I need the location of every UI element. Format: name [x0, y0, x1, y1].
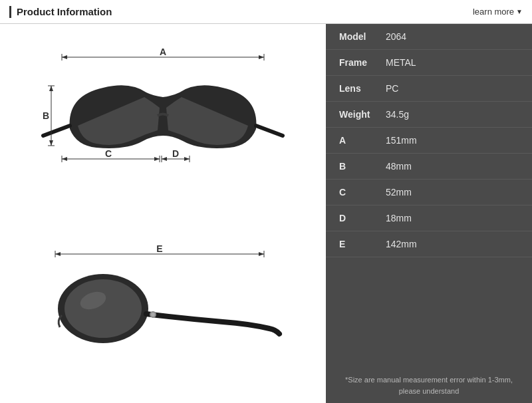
spec-value-b: 48mm — [386, 161, 412, 172]
learn-more-label: learn more — [473, 7, 514, 17]
header-bar-icon — [9, 6, 11, 18]
page-title: Product Information — [17, 6, 112, 17]
svg-text:D: D — [172, 148, 179, 159]
svg-text:A: A — [160, 47, 166, 57]
svg-marker-17 — [62, 157, 67, 161]
header-title-wrapper: Product Information — [9, 6, 112, 18]
spec-row-weight: Weight 34.5g — [326, 102, 532, 128]
svg-line-0 — [43, 126, 70, 136]
spec-row-frame: Frame METAL — [326, 50, 532, 76]
svg-marker-24 — [184, 157, 190, 161]
learn-more-button[interactable]: learn more ▼ — [473, 7, 523, 17]
left-panel: A B C — [0, 24, 326, 403]
spec-label-d: D — [339, 213, 386, 223]
svg-marker-29 — [55, 252, 61, 256]
right-panel: Model 2064 Frame METAL Lens PC Weight 34… — [326, 24, 532, 403]
learn-more-arrow-icon: ▼ — [516, 8, 523, 15]
spec-value-e: 142mm — [386, 239, 417, 249]
svg-marker-30 — [259, 252, 264, 256]
svg-text:C: C — [105, 148, 112, 159]
spec-value-c: 52mm — [386, 187, 412, 198]
svg-line-1 — [256, 126, 283, 136]
spec-label-e: E — [339, 239, 386, 249]
svg-point-33 — [65, 279, 142, 338]
spec-row-a: A 151mm — [326, 128, 532, 154]
main-content: A B C — [0, 24, 532, 403]
spec-row-e: E 142mm — [326, 231, 532, 257]
top-overlay-container: A B C — [37, 43, 289, 202]
svg-marker-18 — [154, 157, 160, 161]
spec-value-lens: PC — [386, 83, 398, 94]
spec-label-a: A — [339, 135, 386, 146]
spec-value-frame: METAL — [386, 57, 416, 68]
svg-point-36 — [151, 313, 155, 317]
glasses-front-svg: A B C — [37, 43, 289, 202]
spec-value-a: 151mm — [386, 135, 417, 146]
spec-label-lens: Lens — [339, 83, 386, 94]
spec-row-b: B 48mm — [326, 154, 532, 180]
bottom-image-section: E — [7, 213, 319, 396]
svg-marker-12 — [49, 140, 53, 146]
spec-label-c: C — [339, 187, 386, 198]
svg-marker-23 — [162, 157, 167, 161]
spec-row-lens: Lens PC — [326, 76, 532, 102]
top-image-section: A B C — [7, 31, 319, 213]
page-wrapper: Product Information learn more ▼ — [0, 0, 532, 403]
spec-label-weight: Weight — [339, 109, 386, 120]
spec-label-model: Model — [339, 31, 386, 42]
svg-marker-6 — [259, 55, 264, 59]
svg-text:B: B — [43, 110, 49, 121]
bottom-overlay-container: E — [37, 242, 289, 368]
spec-row-model: Model 2064 — [326, 24, 532, 50]
glasses-side-svg: E — [37, 242, 289, 368]
spec-note: *Size are manual measurement error withi… — [326, 368, 532, 403]
spec-label-b: B — [339, 161, 386, 172]
spec-label-frame: Frame — [339, 57, 386, 68]
header: Product Information learn more ▼ — [0, 0, 532, 24]
spec-value-weight: 34.5g — [386, 109, 409, 120]
svg-marker-5 — [62, 55, 67, 59]
spec-value-model: 2064 — [386, 31, 406, 42]
spec-row-c: C 52mm — [326, 180, 532, 205]
svg-text:E: E — [156, 243, 162, 254]
svg-marker-11 — [49, 86, 53, 91]
spec-row-d: D 18mm — [326, 205, 532, 231]
spec-value-d: 18mm — [386, 213, 412, 223]
